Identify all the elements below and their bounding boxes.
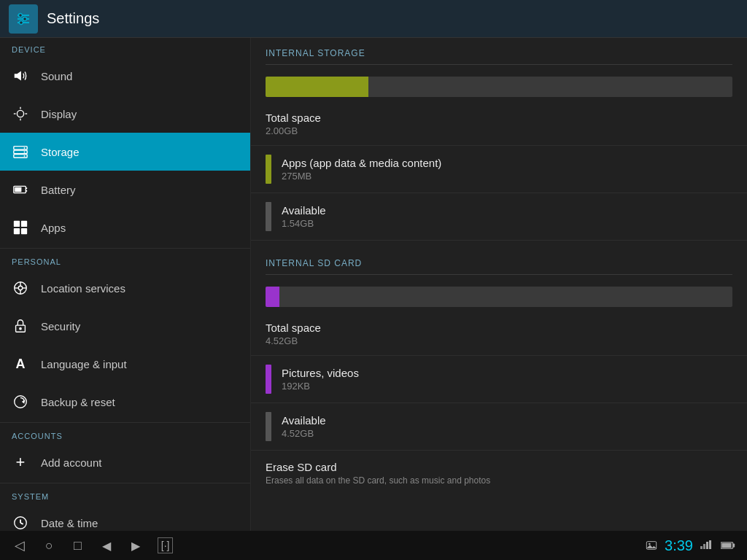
sidebar-label-apps: Apps	[41, 222, 66, 234]
svg-rect-23	[21, 221, 27, 227]
available-color-indicator	[266, 202, 271, 231]
svg-marker-35	[22, 400, 25, 404]
addaccount-icon: +	[12, 454, 29, 471]
battery-status-icon	[721, 540, 735, 551]
sidebar-item-apps[interactable]: Apps	[0, 209, 250, 246]
divider-3	[0, 483, 250, 483]
storage-item-available: Available 1.54GB	[251, 193, 747, 241]
svg-point-33	[19, 327, 22, 330]
internal-storage-divider	[266, 64, 732, 65]
sidebar-item-location[interactable]: Location services	[0, 269, 250, 307]
sidebar-item-battery[interactable]: Battery	[0, 171, 250, 209]
svg-point-3	[19, 13, 23, 17]
photo-icon	[646, 540, 657, 551]
section-header-accounts: ACCOUNTS	[0, 424, 250, 443]
svg-marker-45	[709, 540, 711, 549]
svg-point-17	[24, 155, 26, 157]
page-title: Settings	[47, 10, 99, 27]
nav-buttons: ◁ ○ □ ◀ ▶ [·]	[12, 534, 173, 556]
storage-item-available-label: Available	[282, 204, 732, 217]
home-button[interactable]: ○	[42, 535, 56, 556]
storage-item-total-info: Total space 2.00GB	[266, 112, 732, 136]
sd-total-value: 4.52GB	[266, 335, 732, 346]
sidebar-item-storage[interactable]: Storage	[0, 133, 250, 171]
sidebar-item-display[interactable]: Display	[0, 95, 250, 133]
svg-rect-22	[14, 221, 20, 227]
internal-storage-bar	[266, 77, 732, 97]
sidebar-label-battery: Battery	[41, 184, 76, 196]
svg-point-4	[23, 17, 27, 20]
sidebar-label-display: Display	[41, 108, 77, 120]
sd-available-label: Available	[282, 414, 732, 427]
svg-rect-24	[14, 228, 20, 234]
sidebar-item-language[interactable]: A Language & input	[0, 345, 250, 383]
section-header-personal: PERSONAL	[0, 250, 250, 269]
status-icons	[646, 540, 657, 551]
erase-sd-desc: Erases all data on the SD card, such as …	[266, 475, 732, 486]
svg-rect-21	[15, 187, 21, 192]
svg-marker-43	[703, 544, 705, 549]
sd-pictures-info: Pictures, videos 192KB	[282, 367, 732, 392]
sidebar: DEVICE Sound Displa	[0, 38, 251, 531]
sidebar-label-addaccount: Add account	[41, 456, 101, 469]
svg-marker-44	[706, 542, 708, 549]
internal-storage-bar-fill	[266, 77, 368, 97]
sd-card-divider	[266, 274, 732, 275]
storage-icon	[12, 143, 29, 160]
signal-icon	[700, 540, 713, 551]
sd-card-bar-container	[266, 287, 732, 307]
section-header-device: DEVICE	[0, 38, 250, 57]
volume-down-button[interactable]: ◀	[99, 536, 114, 556]
volume-up-button[interactable]: ▶	[128, 536, 143, 556]
sidebar-item-security[interactable]: Security	[0, 307, 250, 345]
sidebar-label-language: Language & input	[41, 358, 127, 370]
language-icon: A	[12, 355, 29, 373]
status-bar: ◁ ○ □ ◀ ▶ [·] 3:39	[0, 531, 747, 560]
content-panel: INTERNAL STORAGE Total space 2.00GB Apps…	[251, 38, 747, 531]
storage-item-apps-value: 275MB	[282, 171, 732, 182]
sound-icon	[12, 67, 29, 85]
svg-point-15	[24, 147, 26, 149]
clock: 3:39	[665, 537, 693, 554]
sd-available-item: Available 4.52GB	[251, 403, 747, 451]
svg-point-16	[24, 152, 26, 153]
location-icon	[12, 279, 29, 297]
battery-icon	[12, 181, 29, 198]
title-bar: Settings	[0, 0, 747, 38]
sd-available-color-indicator	[266, 412, 271, 441]
screenshot-button[interactable]: [·]	[158, 537, 174, 553]
sd-pictures-label: Pictures, videos	[282, 367, 732, 379]
sd-card-title: INTERNAL SD CARD	[251, 248, 747, 274]
svg-point-40	[649, 543, 651, 545]
pictures-color-indicator	[266, 365, 271, 394]
svg-marker-41	[646, 545, 656, 548]
svg-rect-25	[21, 228, 27, 234]
storage-item-total-value: 2.00GB	[266, 125, 732, 136]
erase-sd-card-button[interactable]: Erase SD card Erases all data on the SD …	[251, 451, 747, 496]
svg-marker-6	[15, 71, 21, 81]
sidebar-item-sound[interactable]: Sound	[0, 57, 250, 95]
sd-available-value: 4.52GB	[282, 428, 732, 439]
internal-storage-title: INTERNAL STORAGE	[251, 38, 747, 64]
recents-button[interactable]: □	[71, 535, 85, 556]
backup-icon	[12, 393, 29, 411]
sd-card-bar-fill	[266, 287, 279, 307]
divider-2	[0, 422, 250, 423]
sd-pictures-value: 192KB	[282, 381, 732, 392]
sidebar-item-backup[interactable]: Backup & reset	[0, 383, 250, 421]
sidebar-label-backup: Backup & reset	[41, 396, 115, 408]
datetime-icon	[12, 514, 29, 531]
sd-total-info: Total space 4.52GB	[266, 322, 732, 346]
erase-sd-label: Erase SD card	[266, 461, 732, 473]
sidebar-label-security: Security	[41, 320, 80, 332]
svg-rect-48	[721, 543, 731, 548]
settings-app-icon	[9, 4, 38, 34]
sd-pictures-item: Pictures, videos 192KB	[251, 356, 747, 403]
sidebar-item-addaccount[interactable]: + Add account	[0, 443, 250, 481]
divider-1	[0, 248, 250, 249]
status-right: 3:39	[646, 537, 735, 554]
back-button[interactable]: ◁	[12, 534, 28, 556]
section-header-system: SYSTEM	[0, 485, 250, 504]
sd-available-info: Available 4.52GB	[282, 414, 732, 439]
sidebar-item-datetime[interactable]: Date & time	[0, 504, 250, 531]
